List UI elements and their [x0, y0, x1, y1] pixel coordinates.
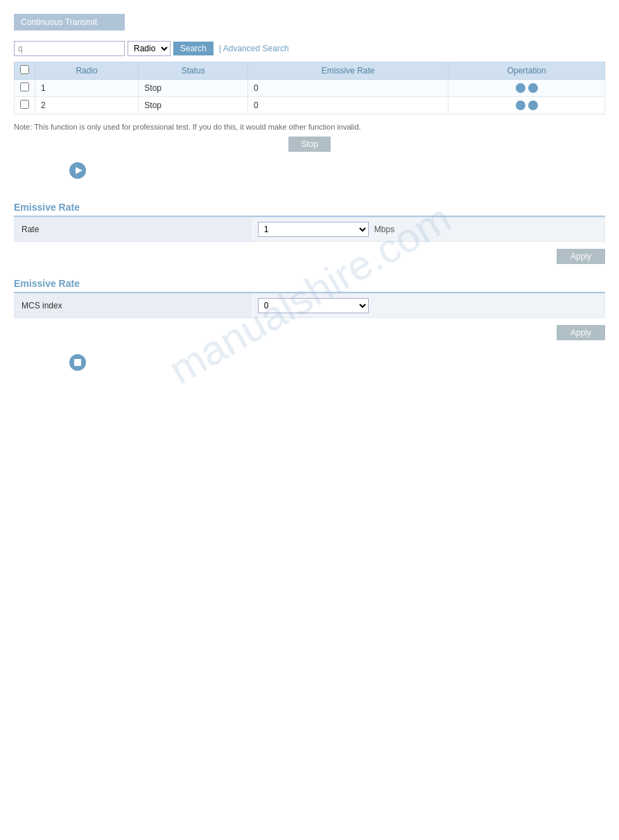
row2-op-icon-2[interactable] — [528, 100, 538, 110]
row2-status: Stop — [139, 97, 248, 114]
rate-label: Rate — [15, 218, 251, 242]
stop-square-icon[interactable] — [69, 354, 86, 371]
row1-operation — [448, 80, 605, 97]
row1-check-cell — [15, 80, 35, 97]
emissive-rate-title-1: Emissive Rate — [14, 202, 605, 217]
section-header: Continuous Transmit — [14, 14, 125, 30]
row1-op-icon-1[interactable] — [516, 83, 525, 93]
svg-rect-3 — [74, 359, 81, 366]
emissive-rate-title-2: Emissive Rate — [14, 278, 605, 293]
rate-value-cell: 1 2 5 11 6 9 12 18 24 36 48 — [250, 218, 604, 242]
mcs-label: MCS index — [15, 294, 251, 318]
row1-radio: 1 — [35, 80, 139, 97]
row2-op-icon-1[interactable] — [516, 100, 525, 110]
stop-button[interactable]: Stop — [288, 137, 331, 152]
mcs-value-cell: 0 1 2 3 4 5 6 7 — [250, 294, 604, 318]
stop-icon-container — [69, 354, 605, 373]
note-text: Note: This function is only used for pro… — [14, 123, 605, 131]
table-row: 2 Stop 0 — [15, 97, 605, 114]
search-bar: Radio Search | Advanced Search — [14, 41, 605, 56]
search-button[interactable]: Search — [173, 42, 213, 55]
emissive-rate-table-2: MCS index 0 1 2 3 4 5 6 7 — [14, 293, 605, 318]
table-header-operation: Opertation — [448, 62, 605, 80]
rate-row: Rate 1 2 5 11 6 9 12 18 — [15, 218, 605, 242]
apply-button-2[interactable]: Apply — [557, 325, 605, 340]
rate-unit: Mbps — [374, 225, 394, 234]
row1-emissive-rate: 0 — [247, 80, 448, 97]
table-row: 1 Stop 0 — [15, 80, 605, 97]
play-icon-container — [69, 162, 605, 181]
table-header-radio: Radio — [35, 62, 139, 80]
advanced-search-link[interactable]: | Advanced Search — [219, 44, 289, 53]
row2-emissive-rate: 0 — [247, 97, 448, 114]
search-dropdown[interactable]: Radio — [128, 41, 171, 56]
section-header-title: Continuous Transmit — [21, 17, 97, 27]
search-input[interactable] — [14, 41, 125, 56]
mcs-row: MCS index 0 1 2 3 4 5 6 7 — [15, 294, 605, 318]
emissive-rate-section-1: Emissive Rate Rate 1 2 5 11 6 9 — [14, 202, 605, 264]
emissive-rate-section-2: Emissive Rate MCS index 0 1 2 3 4 5 6 — [14, 278, 605, 340]
emissive-rate-table-1: Rate 1 2 5 11 6 9 12 18 — [14, 217, 605, 242]
apply-button-1[interactable]: Apply — [557, 249, 605, 264]
row2-checkbox[interactable] — [20, 100, 29, 109]
radio-table: Radio Status Emissive Rate Opertation 1 … — [14, 62, 605, 114]
row1-checkbox[interactable] — [20, 82, 29, 91]
row2-radio: 2 — [35, 97, 139, 114]
table-header-emissive-rate: Emissive Rate — [247, 62, 448, 80]
table-header-status: Status — [139, 62, 248, 80]
select-all-checkbox[interactable] — [20, 65, 29, 74]
page-wrapper: Continuous Transmit Radio Search | Advan… — [0, 0, 619, 401]
row2-operation — [448, 97, 605, 114]
play-icon[interactable] — [69, 162, 86, 179]
mcs-select[interactable]: 0 1 2 3 4 5 6 7 — [258, 298, 369, 313]
row1-status: Stop — [139, 80, 248, 97]
row2-check-cell — [15, 97, 35, 114]
table-header-check — [15, 62, 35, 80]
row1-op-icon-2[interactable] — [528, 83, 538, 93]
rate-select[interactable]: 1 2 5 11 6 9 12 18 24 36 48 — [258, 222, 369, 237]
